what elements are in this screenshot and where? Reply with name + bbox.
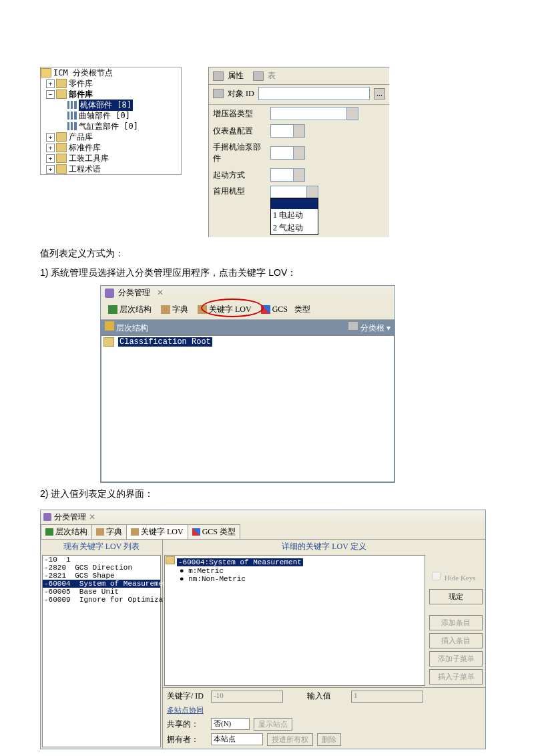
tab-gcs-type[interactable]: GCS 类型 — [188, 524, 240, 539]
dict-icon — [161, 305, 170, 314]
add-submenu-button[interactable]: 添加子菜单 — [429, 651, 483, 667]
hide-keys-checkbox[interactable]: Hide Keys — [429, 570, 483, 582]
list-item[interactable]: -10 1 — [43, 556, 160, 564]
tab-dictionary[interactable]: 字典 — [91, 524, 127, 539]
gcs-icon — [192, 528, 200, 536]
dict-icon — [96, 528, 104, 536]
browse-button[interactable]: ... — [374, 88, 385, 100]
tab-attributes[interactable]: 属性 — [228, 70, 244, 81]
list-item[interactable]: -60005 Base Unit — [43, 588, 160, 596]
tab-keyword-lov[interactable]: 关键字 LOV — [126, 524, 188, 539]
dropdown[interactable] — [270, 124, 305, 138]
show-site-button[interactable]: 显示站点 — [254, 718, 292, 731]
tree-item[interactable]: +产品库 — [41, 132, 181, 142]
tree-item[interactable]: −部件库 — [41, 89, 181, 100]
tree-item[interactable]: +标准件库 — [41, 142, 181, 153]
properties-panel: 属性 表 对象 ID ... 增压器类型 仪表盘配置 手摇机油泵部件 起动方式 … — [208, 67, 389, 237]
tab-keyword-lov[interactable]: 关键字 LOV — [193, 302, 256, 317]
tab-hierarchy[interactable]: 层次结构 — [103, 302, 156, 317]
object-id-label: 对象 ID — [228, 88, 254, 100]
tree-item[interactable]: +零件库 — [41, 78, 181, 89]
multisite-link[interactable]: 多站点协同 — [167, 705, 204, 715]
shared-label: 共享的： — [167, 719, 207, 730]
dropdown-option[interactable]: 2 气起动 — [271, 222, 318, 234]
add-entry-button[interactable]: 添加条目 — [429, 615, 483, 630]
close-icon[interactable]: ✕ — [89, 512, 95, 522]
insert-entry-button[interactable]: 插入条目 — [429, 633, 483, 648]
tab-type[interactable]: 类型 — [292, 302, 315, 317]
keyword-id-input[interactable]: -10 — [211, 691, 283, 703]
input-value-input[interactable]: 1 — [351, 691, 423, 703]
dropdown-option[interactable]: 1 电起动 — [271, 209, 318, 222]
expand-icon[interactable]: + — [46, 165, 55, 174]
input-value-label: 输入值 — [307, 691, 347, 702]
lov-detail-panel: 详细的关键字 LOV 定义 -60004:System of Measureme… — [163, 540, 485, 749]
gcs-icon — [261, 305, 270, 314]
dropdown-open[interactable]: 1 电起动 2 气起动 — [270, 186, 318, 235]
folder-icon — [56, 164, 67, 174]
classification-root[interactable]: Classification Root — [118, 337, 212, 347]
list-item[interactable]: -2820 GCS Direction — [43, 564, 160, 572]
grant-button[interactable]: 授遣所有权 — [267, 733, 313, 746]
folder-icon — [56, 89, 67, 99]
tab-gcs[interactable]: GCS — [256, 303, 292, 317]
key-icon — [131, 528, 139, 536]
expand-icon[interactable]: + — [46, 79, 55, 88]
root-icon — [348, 321, 358, 331]
tree-item[interactable]: +工装工具库 — [41, 153, 181, 164]
figure-3: 分类管理✕ 层次结构 字典 关键字 LOV GCS 类型 现有关键字 LOV 列… — [40, 510, 486, 749]
detail-tree[interactable]: -60004:System of Measurement ● m:Metric … — [164, 555, 425, 686]
tab-hierarchy[interactable]: 层次结构 — [41, 524, 92, 539]
tree-subitem[interactable]: 气缸盖部件 [0] — [41, 121, 181, 132]
form-area: 关键字/ ID -10 输入值 1 多站点协同 共享的： 否(N) 显示站点 拥… — [163, 687, 485, 749]
collapse-icon[interactable]: − — [46, 90, 55, 99]
toolbar: 层次结构 字典 关键字 LOV GCS 类型 — [101, 300, 394, 320]
app-icon — [43, 513, 51, 521]
tree-root[interactable]: ICM 分类根节点 — [41, 67, 181, 78]
paragraph: 值列表定义方式为： — [40, 245, 494, 262]
tree-area[interactable]: Classification Root — [101, 335, 394, 482]
tree-child[interactable]: ● nm:Non-Metric — [165, 575, 425, 583]
tab-bar: 层次结构 字典 关键字 LOV GCS 类型 — [41, 524, 485, 540]
list-item[interactable]: -2821 GCS Shape — [43, 572, 160, 580]
folder-icon — [166, 556, 175, 564]
tree-item[interactable]: +工程术语 — [41, 164, 181, 174]
window-titlebar: 分类管理✕ — [41, 510, 485, 524]
expand-icon[interactable]: + — [46, 144, 55, 152]
prop-label: 仪表盘配置 — [213, 126, 266, 137]
lov-listbox[interactable]: -10 1 -2820 GCS Direction -2821 GCS Shap… — [42, 555, 161, 747]
tree-root[interactable]: -60004:System of Measurement — [165, 556, 425, 567]
confirm-button[interactable]: 现定 — [429, 589, 483, 604]
folder-icon — [56, 132, 67, 142]
keyword-id-label: 关键字/ ID — [167, 691, 207, 702]
tab-table[interactable]: 表 — [268, 70, 276, 81]
folder-icon — [56, 79, 67, 88]
owner-label: 拥有者： — [167, 734, 207, 745]
list-item-selected[interactable]: -60004 System of Measurement — [43, 580, 160, 588]
tree-subitem[interactable]: 曲轴部件 [0] — [41, 110, 181, 121]
folder-icon — [41, 68, 51, 77]
button-column: Hide Keys 现定 添加条目 插入条目 添加子菜单 插入子菜单 — [427, 554, 485, 687]
list-item: 2) 进入值列表定义的界面： — [40, 486, 494, 502]
dropdown[interactable] — [270, 168, 305, 182]
expand-icon[interactable]: + — [46, 154, 55, 163]
dropdown[interactable] — [270, 107, 358, 120]
tree-icon — [108, 305, 117, 314]
tree-subitem[interactable]: 机体部件 [8] — [41, 100, 181, 110]
tab-dictionary[interactable]: 字典 — [156, 302, 193, 317]
tab-icon — [213, 71, 224, 81]
list-item[interactable]: -60009 Ignore for Optimization — [43, 596, 160, 604]
expand-icon[interactable]: + — [46, 133, 55, 142]
tree-child[interactable]: ● m:Metric — [165, 567, 425, 575]
bars-icon — [67, 112, 77, 120]
shared-value: 否(N) — [211, 718, 250, 730]
insert-submenu-button[interactable]: 插入子菜单 — [429, 669, 483, 685]
sub-header: 层次结构 分类根 ▾ — [101, 320, 394, 335]
list-item: 1) 系统管理员选择进入分类管理应用程序，点击关键字 LOV： — [40, 264, 494, 281]
figure-2: 分类管理 ✕ 层次结构 字典 关键字 LOV GCS 类型 层次结构 分类根 ▾… — [100, 285, 395, 483]
dropdown[interactable] — [270, 146, 305, 160]
delete-button[interactable]: 删除 — [317, 733, 341, 746]
object-id-input[interactable] — [258, 87, 370, 100]
tab-icon — [253, 71, 264, 81]
close-icon[interactable]: ✕ — [157, 288, 164, 298]
